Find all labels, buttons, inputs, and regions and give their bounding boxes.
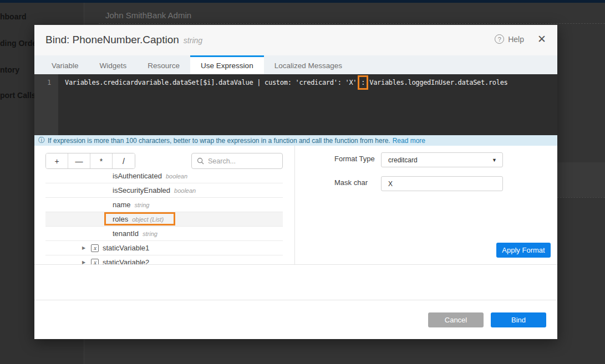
tree-item-type: boolean xyxy=(166,173,187,180)
info-banner-text: If expression is more than 100 character… xyxy=(48,137,390,145)
tab-resource[interactable]: Resource xyxy=(137,55,190,74)
tree-item-type: boolean xyxy=(174,187,196,194)
operator-buttons: + — * / xyxy=(45,153,135,169)
expression-code-line: Variables.credicardvariable.dataSet[$i].… xyxy=(65,79,508,86)
tab-variable[interactable]: Variable xyxy=(41,55,89,74)
bind-dialog: Bind: PhoneNumber.Captionstring ? Help ✕… xyxy=(34,25,557,339)
variable-icon: x xyxy=(91,259,99,265)
tree-item-staticvariable1[interactable]: ▶ x staticVariable1 xyxy=(45,241,283,255)
canvas-dashed-border-2 xyxy=(557,197,605,198)
sidebar-item-dashboard[interactable]: hboard xyxy=(0,12,83,21)
format-type-select[interactable]: creditcard ▼ xyxy=(381,152,503,167)
search-icon xyxy=(197,157,204,165)
dialog-body: + — * / isAuthenticated boolean isSecuri xyxy=(34,146,557,264)
apply-format-button[interactable]: Apply Format xyxy=(496,243,551,258)
search-input[interactable] xyxy=(208,157,274,165)
panel-divider xyxy=(294,146,295,264)
help-button[interactable]: ? Help xyxy=(495,34,524,44)
dialog-title-type: string xyxy=(184,36,202,45)
canvas-dashed-border xyxy=(99,23,605,24)
tree-item-type: object (List) xyxy=(132,216,164,223)
tree-item-isauthenticated[interactable]: isAuthenticated boolean xyxy=(45,172,283,183)
tree-item-name: tenantId xyxy=(113,229,139,238)
tree-item-issecurityenabled[interactable]: isSecurityEnabled boolean xyxy=(45,183,283,198)
multiply-operator-button[interactable]: * xyxy=(90,153,113,168)
chevron-down-icon: ▼ xyxy=(492,157,497,163)
code-highlighted-token: : xyxy=(359,77,367,88)
tree-item-staticvariable2[interactable]: ▶ x staticVariable2 xyxy=(45,255,283,264)
variable-icon: x xyxy=(91,244,99,252)
screen: hboard ding Order ntory port Calls John … xyxy=(0,0,605,364)
info-icon: ⓘ xyxy=(38,136,45,145)
format-type-label: Format Type xyxy=(334,155,375,163)
variable-tree: isAuthenticated boolean isSecurityEnable… xyxy=(45,172,283,264)
dialog-footer: Cancel Bind xyxy=(34,300,557,339)
tree-item-name: roles xyxy=(113,215,128,223)
tree-item-name: isSecurityEnabled xyxy=(113,186,170,194)
tree-item-type: string xyxy=(135,202,150,208)
tree-item-name: staticVariable1 xyxy=(103,244,149,252)
editor-line-number: 1 xyxy=(47,79,51,86)
plus-operator-button[interactable]: + xyxy=(46,153,68,168)
mask-char-label: Mask char xyxy=(334,178,368,187)
read-more-link[interactable]: Read more xyxy=(393,137,425,145)
tree-item-name: isAuthenticated xyxy=(113,172,162,180)
expression-editor[interactable]: 1 Variables.credicardvariable.dataSet[$i… xyxy=(34,74,557,135)
expander-icon[interactable]: ▶ xyxy=(82,260,85,264)
bind-button[interactable]: Bind xyxy=(491,312,546,327)
dialog-title-text: Bind: PhoneNumber.Caption xyxy=(45,34,179,45)
tree-item-name: staticVariable2 xyxy=(103,258,149,264)
divide-operator-button[interactable]: / xyxy=(113,153,135,168)
editor-gutter: 1 xyxy=(34,74,58,135)
canvas-region xyxy=(557,162,605,197)
close-icon[interactable]: ✕ xyxy=(537,33,546,45)
info-banner: ⓘ If expression is more than 100 charact… xyxy=(34,135,557,146)
mask-char-input[interactable] xyxy=(381,176,503,191)
code-after: Variables.loggedInUser.dataSet.roles xyxy=(369,79,507,86)
tab-use-expression[interactable]: Use Expression xyxy=(190,55,264,74)
minus-operator-button[interactable]: — xyxy=(68,153,90,168)
variable-search xyxy=(191,153,283,169)
tree-item-name: name xyxy=(113,201,131,209)
dialog-tabs: Variable Widgets Resource Use Expression… xyxy=(34,55,557,74)
tree-item-tenantid[interactable]: tenantId string xyxy=(45,227,283,241)
app-topbar xyxy=(0,0,605,3)
tree-item-type: string xyxy=(143,230,157,237)
help-icon: ? xyxy=(495,34,504,44)
dialog-spacer xyxy=(34,264,557,300)
dialog-header: Bind: PhoneNumber.Captionstring ? Help ✕ xyxy=(34,25,557,55)
tab-widgets[interactable]: Widgets xyxy=(89,55,138,74)
cancel-button[interactable]: Cancel xyxy=(428,312,484,327)
format-type-value: creditcard xyxy=(388,156,418,164)
code-before: Variables.credicardvariable.dataSet[$i].… xyxy=(65,79,357,86)
tab-localized-messages[interactable]: Localized Messages xyxy=(264,55,353,74)
help-label: Help xyxy=(508,35,524,44)
dialog-title: Bind: PhoneNumber.Captionstring xyxy=(45,34,202,46)
tree-item-roles[interactable]: roles object (List) xyxy=(45,212,283,227)
tree-item-name[interactable]: name string xyxy=(45,198,283,212)
expander-icon[interactable]: ▶ xyxy=(82,245,85,250)
app-page-heading: John SmithBank Admin xyxy=(105,11,191,20)
